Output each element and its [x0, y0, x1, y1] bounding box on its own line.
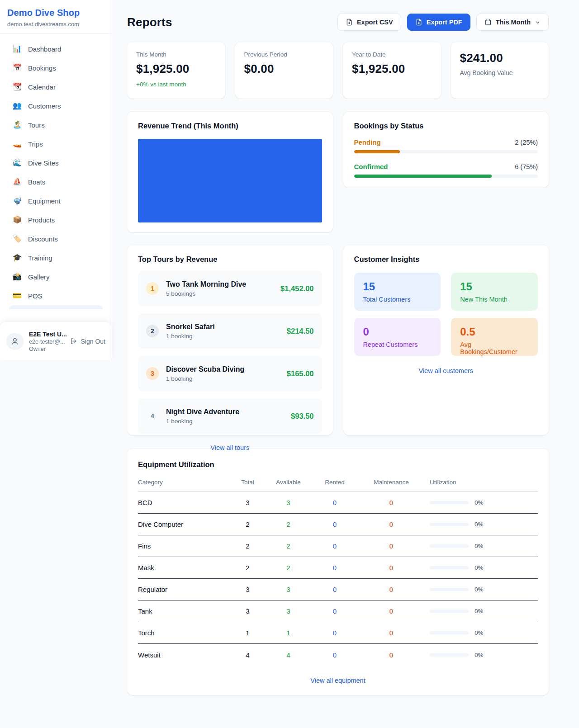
available-cell: 3 [260, 499, 317, 506]
tour-amount: $214.50 [287, 327, 314, 336]
table-header-row: Category Total Available Rented Maintena… [138, 479, 538, 492]
status-row-confirmed: Confirmed 6 (75%) [354, 163, 538, 178]
sidebar-item-gallery[interactable]: 📸 Gallery [5, 267, 107, 286]
utilization-bar [430, 544, 469, 548]
revenue-trend-card: Revenue Trend (This Month) [127, 112, 333, 232]
revenue-trend-chart [138, 139, 322, 222]
utilization-percent: 0% [475, 586, 484, 593]
insight-value: 0 [363, 326, 432, 338]
user-meta: E2E Test U... e2e-tester@... Owner [29, 331, 65, 352]
tour-name: Two Tank Morning Dive [166, 280, 246, 288]
insight-value: 15 [460, 280, 529, 293]
column-header: Rented [317, 479, 353, 486]
equipment-table: Category Total Available Rented Maintena… [138, 479, 538, 666]
revenue-trend-title: Revenue Trend (This Month) [138, 122, 322, 130]
sidebar-item-label: Customers [28, 102, 61, 110]
view-all-tours-link[interactable]: View all tours [138, 444, 322, 451]
category-cell: Wetsuit [138, 651, 235, 659]
sidebar-item-tours[interactable]: 🏝️ Tours [5, 115, 107, 134]
user-name: E2E Test U... [29, 331, 65, 338]
sign-out-label: Sign Out [81, 338, 105, 345]
available-cell: 1 [260, 629, 317, 637]
status-label: Confirmed [354, 163, 388, 170]
sidebar-item-label: Tours [28, 121, 45, 129]
sidebar-item-dashboard[interactable]: 📊 Dashboard [5, 39, 107, 58]
stat-card-avg-booking-value: $241.00 Avg Booking Value [451, 42, 549, 99]
sidebar-item-training[interactable]: 🎓 Training [5, 248, 107, 267]
insight-label: New This Month [460, 296, 529, 303]
sidebar-item-equipment[interactable]: 🤿 Equipment [5, 191, 107, 210]
tour-amount: $93.50 [291, 412, 313, 421]
file-download-icon [346, 19, 353, 26]
total-cell: 4 [235, 651, 260, 659]
charts-row: Revenue Trend (This Month) Bookings by S… [127, 112, 549, 232]
period-dropdown[interactable]: This Month [476, 14, 549, 31]
sidebar-item-calendar[interactable]: 📆 Calendar [5, 77, 107, 96]
utilization-cell: 0% [430, 586, 538, 593]
page-header: Reports Export CSV Export PDF This Month [127, 14, 549, 31]
total-cell: 2 [235, 520, 260, 528]
utilization-bar [430, 653, 469, 657]
sign-out-button[interactable]: Sign Out [70, 337, 105, 345]
utilization-bar [430, 631, 469, 634]
tour-name: Discover Scuba Diving [166, 365, 244, 373]
sidebar-item-discounts[interactable]: 🏷️ Discounts [5, 229, 107, 248]
insight-tile-repeat-customers: 0 Repeat Customers [354, 318, 441, 356]
avatar [6, 333, 24, 350]
sidebar-item-bookings[interactable]: 📅 Bookings [5, 58, 107, 77]
insight-value: 15 [363, 280, 432, 293]
export-csv-label: Export CSV [357, 19, 393, 26]
available-cell: 2 [260, 564, 317, 572]
table-row: Dive Computer 2 2 0 0 0% [138, 514, 538, 535]
view-all-equipment-link[interactable]: View all equipment [138, 677, 538, 684]
sidebar-item-reports-active-partial[interactable] [9, 305, 103, 309]
available-cell: 4 [260, 651, 317, 659]
tours-icon: 🏝️ [13, 121, 22, 128]
utilization-bar [430, 501, 469, 504]
header-actions: Export CSV Export PDF This Month [337, 14, 549, 31]
view-all-customers-link[interactable]: View all customers [354, 367, 538, 374]
insight-label: Repeat Customers [363, 341, 432, 348]
rank-badge: 3 [146, 367, 159, 380]
sidebar-item-products[interactable]: 📦 Products [5, 210, 107, 229]
utilization-percent: 0% [475, 499, 484, 506]
sidebar-item-label: Trips [28, 140, 43, 148]
equipment-icon: 🤿 [13, 197, 22, 204]
progress-track [354, 175, 538, 178]
table-row: BCD 3 3 0 0 0% [138, 492, 538, 514]
maintenance-cell: 0 [353, 499, 430, 506]
sidebar-item-trips[interactable]: 🚤 Trips [5, 134, 107, 153]
customer-insights-title: Customer Insights [354, 255, 538, 264]
bookings-by-status-title: Bookings by Status [354, 122, 538, 130]
sidebar-item-label: Bookings [28, 64, 56, 72]
sidebar-item-customers[interactable]: 👥 Customers [5, 96, 107, 115]
insight-value: 0.5 [460, 326, 529, 338]
progress-track [354, 150, 538, 153]
column-header: Available [260, 479, 317, 486]
maintenance-cell: 0 [353, 607, 430, 615]
export-pdf-button[interactable]: Export PDF [407, 14, 470, 31]
bookings-by-status-card: Bookings by Status Pending 2 (25%) Confi… [343, 112, 549, 188]
chevron-down-icon [535, 19, 541, 25]
customers-icon: 👥 [13, 102, 22, 109]
sidebar-item-pos[interactable]: 💳 POS [5, 286, 107, 305]
sidebar-item-boats[interactable]: ⛵ Boats [5, 172, 107, 191]
status-value: 6 (75%) [515, 163, 538, 170]
stat-value: $1,925.00 [352, 62, 432, 76]
sidebar-item-label: Products [28, 216, 55, 224]
sidebar-item-label: Discounts [28, 235, 58, 243]
insight-label: Total Customers [363, 296, 432, 303]
utilization-cell: 0% [430, 608, 538, 615]
status-label: Pending [354, 138, 381, 146]
insight-label: Avg Bookings/Customer [460, 341, 529, 355]
stat-label: Avg Booking Value [460, 69, 540, 76]
sidebar-item-dive-sites[interactable]: 🌊 Dive Sites [5, 153, 107, 172]
dashboard-icon: 📊 [13, 45, 22, 52]
export-csv-button[interactable]: Export CSV [337, 14, 401, 31]
tour-row: 1 Two Tank Morning Dive 5 bookings $1,45… [138, 271, 322, 306]
tour-bookings: 5 bookings [166, 290, 246, 297]
sidebar-item-label: Boats [28, 178, 45, 186]
discounts-icon: 🏷️ [13, 235, 22, 242]
tour-row: 2 Snorkel Safari 1 booking $214.50 [138, 313, 322, 349]
utilization-percent: 0% [475, 629, 484, 636]
